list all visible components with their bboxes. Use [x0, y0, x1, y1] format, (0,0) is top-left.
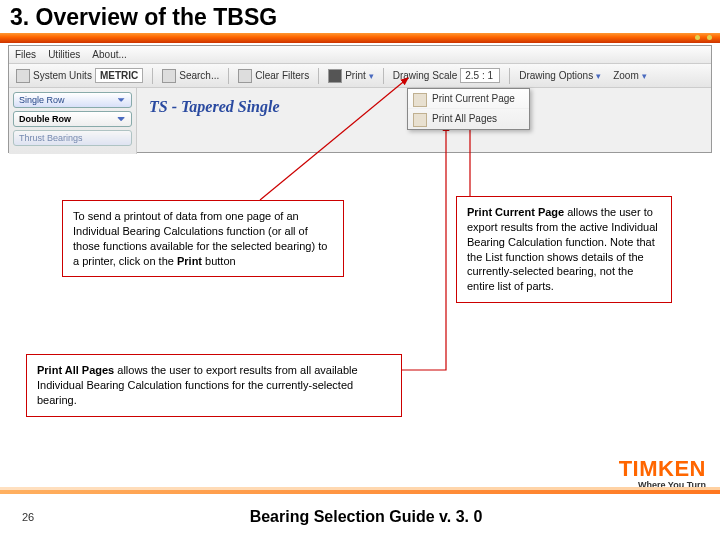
- system-units-icon: [16, 69, 30, 83]
- chevron-down-icon: ▾: [596, 71, 601, 81]
- sidebar-item-single-row[interactable]: Single Row ⏷: [13, 92, 132, 108]
- sidebar-item-label: Double Row: [19, 114, 71, 124]
- menu-about[interactable]: About...: [92, 49, 126, 60]
- toolbar-separator: [383, 68, 384, 84]
- brand-logo: TIMKEN Where You Turn: [619, 456, 706, 490]
- sidebar-item-double-row[interactable]: Double Row ⏷: [13, 111, 132, 127]
- chevron-down-icon: ▾: [642, 71, 647, 81]
- callout-text-bold: Print Current Page: [467, 206, 564, 218]
- sidebar-item-thrust-bearings[interactable]: Thrust Bearings: [13, 130, 132, 146]
- slide-footer: 26 Bearing Selection Guide v. 3. 0: [0, 494, 720, 540]
- clear-filters-label: Clear Filters: [255, 70, 309, 81]
- zoom-button[interactable]: Zoom ▾: [610, 69, 650, 82]
- callout-print-all-pages: Print All Pages allows the user to expor…: [26, 354, 402, 417]
- chevron-down-icon: ⏷: [117, 114, 126, 124]
- drawing-options-label: Drawing Options: [519, 70, 593, 81]
- sidebar-item-label: Single Row: [19, 95, 65, 105]
- search-label: Search...: [179, 70, 219, 81]
- chevron-down-icon: ⏷: [117, 95, 126, 105]
- print-dropdown-menu: Print Current Page Print All Pages: [407, 88, 530, 130]
- print-label: Print: [345, 70, 366, 81]
- drawing-scale-label: Drawing Scale: [393, 70, 457, 81]
- drawing-scale-value[interactable]: 2.5 : 1: [460, 68, 500, 83]
- slide-title: 3. Overview of the TBSG: [0, 0, 720, 33]
- callout-print-current-page: Print Current Page allows the user to ex…: [456, 196, 672, 303]
- toolbar-separator: [318, 68, 319, 84]
- system-units-label: System Units: [33, 70, 92, 81]
- chevron-down-icon: ▾: [369, 71, 374, 81]
- system-units-control[interactable]: System Units METRIC: [13, 67, 146, 84]
- application-screenshot: Files Utilities About... System Units ME…: [8, 45, 712, 153]
- callout-text-bold: Print: [177, 255, 202, 267]
- bearing-type-sidebar: Single Row ⏷ Double Row ⏷ Thrust Bearing…: [9, 88, 137, 154]
- callout-text: button: [202, 255, 236, 267]
- zoom-label: Zoom: [613, 70, 639, 81]
- app-toolbar: System Units METRIC Search... Clear Filt…: [9, 64, 711, 88]
- toolbar-separator: [228, 68, 229, 84]
- app-menubar: Files Utilities About...: [9, 46, 711, 64]
- brand-name: TIMKEN: [619, 456, 706, 482]
- drawing-scale-control[interactable]: Drawing Scale 2.5 : 1: [390, 67, 503, 84]
- menu-utilities[interactable]: Utilities: [48, 49, 80, 60]
- menu-files[interactable]: Files: [15, 49, 36, 60]
- content-heading: TS - Tapered Single: [137, 88, 292, 154]
- sidebar-item-label: Thrust Bearings: [19, 133, 83, 143]
- search-icon: [162, 69, 176, 83]
- print-current-page-item[interactable]: Print Current Page: [408, 89, 529, 109]
- print-button[interactable]: Print ▾: [325, 68, 377, 84]
- printer-icon: [328, 69, 342, 83]
- search-button[interactable]: Search...: [159, 68, 222, 84]
- clear-filters-button[interactable]: Clear Filters: [235, 68, 312, 84]
- print-all-pages-item[interactable]: Print All Pages: [408, 109, 529, 129]
- drawing-options-button[interactable]: Drawing Options ▾: [516, 69, 604, 82]
- toolbar-separator: [509, 68, 510, 84]
- callout-text: allows the user to export results from t…: [467, 206, 658, 292]
- toolbar-separator: [152, 68, 153, 84]
- callout-text-bold: Print All Pages: [37, 364, 114, 376]
- document-title: Bearing Selection Guide v. 3. 0: [12, 508, 720, 526]
- title-separator-bar: [0, 33, 720, 43]
- callout-print-button: To send a printout of data from one page…: [62, 200, 344, 277]
- filter-icon: [238, 69, 252, 83]
- system-units-value[interactable]: METRIC: [95, 68, 143, 83]
